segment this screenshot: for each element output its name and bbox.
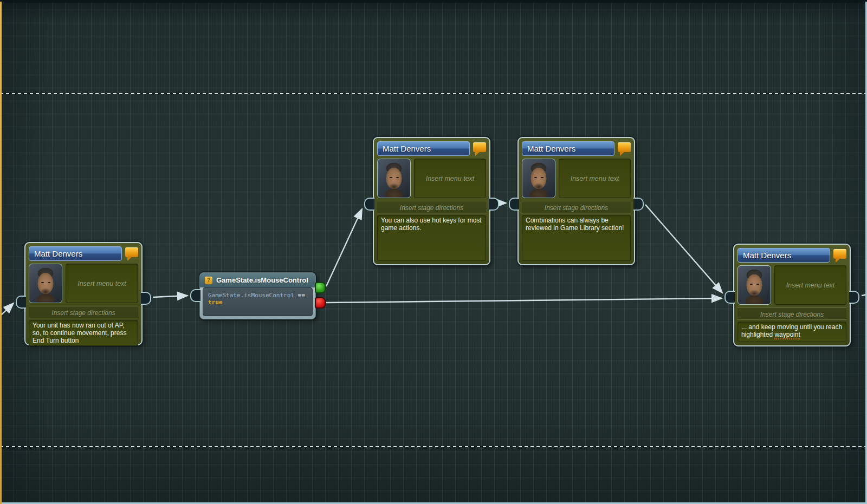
output-pin-true[interactable] — [315, 282, 326, 293]
condition-title: GameState.isMouseControl ==… — [216, 276, 310, 284]
node-title-bar[interactable]: Matt Denvers — [737, 248, 830, 263]
menu-text-placeholder: Insert menu text — [571, 175, 619, 182]
input-pin[interactable] — [364, 198, 374, 211]
dialogue-text-field[interactable]: Combinations can always be reviewed in G… — [522, 215, 631, 261]
character-portrait[interactable] — [377, 159, 411, 198]
character-portrait[interactable] — [737, 265, 771, 305]
input-pin[interactable] — [16, 296, 26, 309]
output-pin[interactable] — [489, 198, 499, 211]
dialogue-node[interactable]: Matt Denvers Insert menu text Insert sta… — [733, 244, 851, 346]
speech-bubble-icon[interactable] — [833, 249, 846, 259]
input-pin[interactable] — [509, 198, 519, 211]
dialogue-node[interactable]: Matt Denvers Insert menu text Insert sta… — [24, 242, 143, 345]
condition-icon: ? — [205, 277, 212, 284]
stage-directions-placeholder: Insert stage directions — [51, 309, 115, 317]
speaker-name: Matt Denvers — [527, 144, 575, 153]
dialogue-text: Combinations can always be reviewed in G… — [526, 217, 624, 232]
menu-text-field[interactable]: Insert menu text — [559, 159, 631, 198]
expression-lhs: GameState.isMouseControl — [208, 292, 294, 299]
menu-text-field[interactable]: Insert menu text — [66, 264, 138, 303]
character-portrait[interactable] — [29, 264, 62, 303]
condition-title-bar[interactable]: ? GameState.isMouseControl ==… — [200, 273, 315, 287]
speaker-name: Matt Denvers — [743, 251, 791, 260]
speaker-name: Matt Denvers — [383, 144, 431, 153]
misspelled-word: waypoint — [774, 331, 800, 339]
menu-text-placeholder: Insert menu text — [786, 282, 835, 289]
speech-bubble-icon[interactable] — [618, 142, 631, 152]
stage-directions-field[interactable]: Insert stage directions — [737, 307, 846, 320]
stage-directions-field[interactable]: Insert stage directions — [377, 201, 486, 213]
menu-text-field[interactable]: Insert menu text — [414, 159, 486, 198]
menu-text-field[interactable]: Insert menu text — [774, 265, 846, 305]
output-pin[interactable] — [141, 292, 151, 305]
output-pin[interactable] — [633, 198, 644, 211]
node-title-bar[interactable]: Matt Denvers — [29, 246, 122, 261]
condition-node[interactable]: ? GameState.isMouseControl ==… GameState… — [199, 272, 316, 319]
dialogue-text: You can also use hot keys for most game … — [381, 217, 482, 232]
condition-expression-field[interactable]: GameState.isMouseControl == true — [203, 287, 313, 316]
menu-text-placeholder: Insert menu text — [426, 175, 475, 182]
connection-arrow[interactable] — [153, 296, 187, 297]
dialogue-text-field[interactable]: Your unit has now ran out of AP, so, to … — [29, 320, 138, 346]
speech-bubble-icon[interactable] — [473, 142, 486, 152]
speech-bubble-icon[interactable] — [125, 247, 138, 257]
input-pin[interactable] — [190, 289, 200, 302]
output-pin[interactable] — [849, 291, 859, 304]
expression-operator: == — [298, 292, 305, 299]
connection-arrow-false[interactable] — [326, 298, 722, 303]
speaker-name: Matt Denvers — [34, 249, 82, 258]
stage-directions-field[interactable]: Insert stage directions — [29, 306, 138, 318]
expression-rhs: true — [208, 299, 223, 306]
stage-directions-field[interactable]: Insert stage directions — [522, 201, 631, 213]
connection-arrow[interactable] — [645, 205, 722, 293]
output-pin-false[interactable] — [315, 297, 326, 309]
stage-directions-placeholder: Insert stage directions — [545, 204, 608, 212]
character-portrait[interactable] — [522, 159, 555, 198]
window-edge-left — [0, 2, 2, 504]
dialogue-text-field[interactable]: You can also use hot keys for most game … — [377, 215, 486, 261]
window-edge-top — [0, 0, 867, 3]
stage-directions-placeholder: Insert stage directions — [760, 311, 824, 318]
connection-arrow-true[interactable] — [326, 209, 362, 286]
node-title-bar[interactable]: Matt Denvers — [522, 141, 614, 156]
node-title-bar[interactable]: Matt Denvers — [377, 141, 470, 156]
dialogue-node[interactable]: Matt Denvers Insert menu text Insert sta… — [517, 137, 635, 265]
dialogue-text: Your unit has now ran out of AP, so, to … — [33, 322, 126, 344]
dialogue-text-field[interactable]: ... and keep moving until you reach high… — [737, 322, 846, 342]
menu-text-placeholder: Insert menu text — [77, 280, 126, 287]
connection-arrow[interactable] — [0, 303, 14, 316]
stage-directions-placeholder: Insert stage directions — [400, 204, 463, 212]
input-pin[interactable] — [724, 291, 735, 304]
dialogue-node[interactable]: Matt Denvers Insert menu text Insert sta… — [373, 137, 490, 265]
